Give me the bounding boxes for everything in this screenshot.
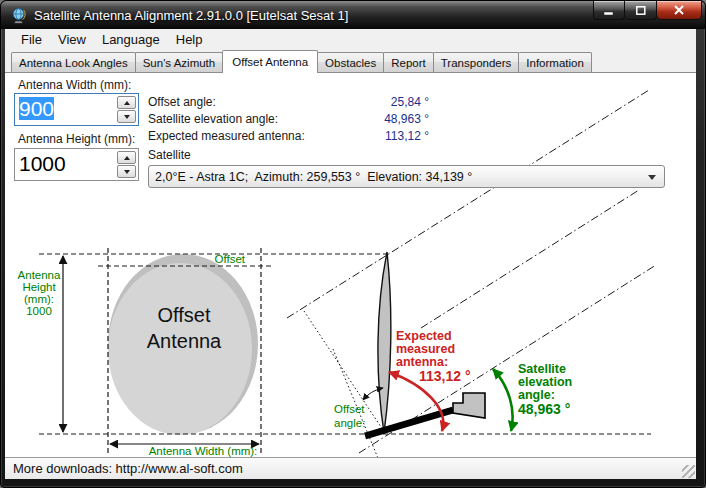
elevation-label-line2: elevation [518, 375, 572, 389]
close-icon [674, 1, 684, 19]
offset-dimension-label: Offset [215, 253, 246, 265]
minimize-button[interactable] [593, 1, 625, 20]
lnb-boom [365, 410, 453, 436]
antenna-height-label: Antenna Height (mm): [18, 132, 135, 146]
maximize-button[interactable] [625, 1, 657, 20]
satellite-select[interactable]: 2,0°E - Astra 1C; Azimuth: 259,553 ° Ele… [148, 165, 665, 188]
client-area: File View Language Help Antenna Look Ang… [5, 29, 696, 479]
antenna-width-label: Antenna Width (mm): [18, 78, 131, 92]
tab-transponders[interactable]: Transponders [433, 52, 520, 72]
up-arrow-icon [124, 156, 130, 160]
elevation-angle-arc [493, 369, 513, 431]
readout-elevation-angle: Satellite elevation angle: 48,963 ° [148, 111, 429, 128]
elevation-label-line3: angle: [518, 388, 555, 402]
readout-label: Offset angle: [148, 94, 216, 111]
elevation-label-line1: Satellite [518, 362, 566, 376]
height-label-line1: Antenna [18, 269, 61, 281]
tab-strip: Antenna Look Angles Sun's Azimuth Offset… [5, 50, 696, 72]
menu-view[interactable]: View [50, 30, 94, 49]
height-label-line3: (mm): [24, 293, 54, 305]
expected-label-line3: antenna: [396, 355, 448, 369]
antenna-height-spinner [117, 151, 136, 178]
expected-label-line1: Expected [396, 329, 452, 343]
window-controls [593, 1, 702, 20]
antenna-height-spin-down-button[interactable] [117, 165, 136, 178]
readout-expected-measured: Expected measured antenna: 113,12 ° [148, 128, 429, 145]
antenna-height-input[interactable]: 1000 [14, 148, 139, 181]
dish-side-profile [378, 252, 391, 433]
up-arrow-icon [124, 101, 130, 105]
angle-readouts: Offset angle: 25,84 ° Satellite elevatio… [148, 94, 429, 145]
readout-value: 48,963 ° [384, 111, 429, 128]
satellite-selected-value: 2,0°E - Astra 1C; Azimuth: 259,553 ° Ele… [155, 170, 472, 184]
globe-icon [10, 7, 27, 24]
dish-label-line1: Offset [158, 304, 211, 326]
maximize-icon [636, 1, 646, 19]
menu-help[interactable]: Help [168, 30, 211, 49]
tab-obstacles[interactable]: Obstacles [317, 52, 384, 72]
app-window: Satellite Antenna Alignment 2.91.0.0 [Eu… [0, 0, 706, 488]
offset-antenna-page: Offset Antenna Height (mm): 1000 Antenna… [5, 72, 696, 457]
height-label-line2: Height [22, 281, 56, 293]
expected-value: 113,12 ° [419, 368, 471, 384]
tab-report[interactable]: Report [383, 52, 434, 72]
antenna-height-value: 1000 [19, 152, 66, 175]
antenna-width-spin-up-button[interactable] [117, 96, 136, 109]
readout-value: 113,12 ° [385, 128, 429, 145]
tab-offset-antenna[interactable]: Offset Antenna [222, 50, 318, 73]
antenna-height-spin-up-button[interactable] [117, 151, 136, 164]
tab-information[interactable]: Information [518, 52, 592, 72]
down-arrow-icon [124, 170, 130, 174]
minimize-icon [604, 1, 614, 19]
dish-label-line2: Antenna [147, 330, 222, 352]
width-label: Antenna Width (mm): [149, 445, 258, 457]
tab-suns-azimuth[interactable]: Sun's Azimuth [135, 52, 224, 72]
readout-label: Expected measured antenna: [148, 128, 305, 145]
menu-file[interactable]: File [13, 30, 50, 49]
window-title: Satellite Antenna Alignment 2.91.0.0 [Eu… [34, 8, 348, 23]
readout-offset-angle: Offset angle: 25,84 ° [148, 94, 429, 111]
antenna-width-spinner [117, 96, 136, 123]
lnb-head [453, 393, 485, 418]
signal-ray-middle [421, 190, 639, 328]
satellite-label: Satellite [148, 148, 191, 162]
elevation-value: 48,963 ° [518, 401, 570, 417]
menu-language[interactable]: Language [94, 30, 168, 49]
close-button[interactable] [657, 1, 702, 20]
offset-angle-label-line2: angle: [334, 417, 365, 429]
tab-antenna-look-angles[interactable]: Antenna Look Angles [11, 52, 136, 72]
menu-bar: File View Language Help [5, 29, 696, 50]
expected-label-line2: measured [396, 342, 455, 356]
offset-angle-label-line1: Offset [334, 403, 365, 415]
height-label-value: 1000 [26, 305, 52, 317]
status-bar: More downloads: http://www.al-soft.com [5, 457, 696, 479]
down-arrow-icon [124, 115, 130, 119]
antenna-width-value: 900 [19, 97, 54, 120]
resize-grip[interactable] [682, 465, 695, 478]
readout-label: Satellite elevation angle: [148, 111, 278, 128]
status-text: More downloads: http://www.al-soft.com [13, 461, 243, 476]
readout-value: 25,84 ° [391, 94, 429, 111]
dropdown-arrow-icon [648, 175, 656, 180]
antenna-width-input[interactable]: 900 [14, 93, 139, 126]
antenna-width-spin-down-button[interactable] [117, 110, 136, 123]
